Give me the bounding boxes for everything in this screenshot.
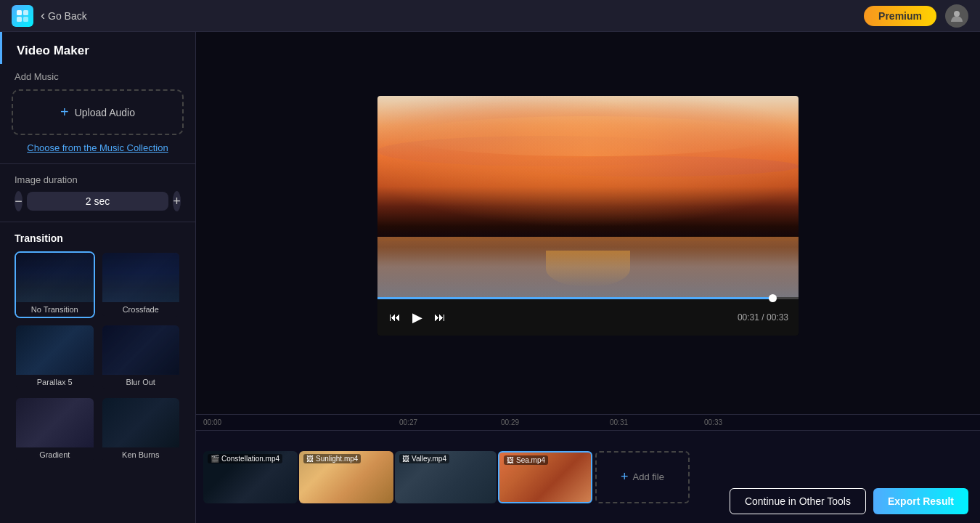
image-duration-section: Image duration − + xyxy=(0,167,195,219)
go-back-button[interactable]: Go Back xyxy=(41,8,87,23)
progress-thumb xyxy=(769,294,777,302)
timeline-ruler: 00:00 00:27 00:29 00:31 00:33 xyxy=(196,415,980,431)
video-preview-bg xyxy=(377,96,799,297)
ruler-mark-1: 00:27 xyxy=(399,418,417,426)
content-area: ⏮ ▶ ⏭ 00:31 / 00:33 00:00 00:27 xyxy=(196,32,980,523)
svg-point-4 xyxy=(954,11,960,17)
clip-sea-icon: 🖼 xyxy=(507,456,514,464)
transition-name-blur-out: Blur Out xyxy=(102,375,180,389)
continue-button[interactable]: Continue in Other Tools xyxy=(730,488,866,514)
transition-thumb-parallax5 xyxy=(16,325,94,375)
skip-back-button[interactable]: ⏮ xyxy=(388,309,402,325)
clip-valley-name: Valley.mp4 xyxy=(412,455,446,463)
clip-sea-name: Sea.mp4 xyxy=(516,456,545,464)
clip-constellation-label: 🎬 Constellation.mp4 xyxy=(208,454,282,463)
clip-constellation-icon: 🎬 xyxy=(211,455,219,463)
clip-constellation[interactable]: 🎬 Constellation.mp4 xyxy=(203,451,298,503)
transition-no-transition[interactable]: No Transition xyxy=(15,251,95,318)
transition-section: Transition No Transition Crossfade xyxy=(0,225,195,466)
bottom-actions: Continue in Other Tools Export Result xyxy=(730,488,968,514)
total-time: 00:33 xyxy=(767,312,788,323)
transition-grid: No Transition Crossfade Parallax 5 xyxy=(15,251,181,463)
transition-gradient[interactable]: Gradient xyxy=(15,397,95,463)
transition-ken-burns[interactable]: Ken Burns xyxy=(101,397,181,463)
svg-rect-0 xyxy=(17,10,22,15)
sidebar-title: Video Maker xyxy=(0,32,195,64)
time-separator: / xyxy=(761,312,767,323)
divider-1 xyxy=(0,163,195,164)
music-collection-link[interactable]: Choose from the Music Collection xyxy=(0,138,195,161)
image-duration-label: Image duration xyxy=(15,174,181,185)
add-file-label: Add file xyxy=(633,471,664,482)
progress-fill xyxy=(377,297,773,299)
svg-rect-1 xyxy=(23,10,28,15)
clip-valley-label: 🖼 Valley.mp4 xyxy=(399,454,449,463)
export-button[interactable]: Export Result xyxy=(873,488,968,514)
transition-label: Transition xyxy=(15,232,181,244)
topbar: Go Back Premium xyxy=(0,0,980,32)
add-file-plus-icon: + xyxy=(621,469,629,485)
divider-2 xyxy=(0,222,195,222)
controls-row: ⏮ ▶ ⏭ 00:31 / 00:33 xyxy=(377,299,799,336)
add-music-label: Add Music xyxy=(0,64,195,86)
time-display: 00:31 / 00:33 xyxy=(738,312,788,323)
transition-thumb-no-transition xyxy=(16,253,94,302)
clip-sea-label: 🖼 Sea.mp4 xyxy=(504,455,548,465)
clip-sunlight-label: 🖼 Sunlight.mp4 xyxy=(303,454,361,463)
ruler-mark-2: 00:29 xyxy=(501,418,519,426)
transition-name-crossfade: Crossfade xyxy=(102,302,180,317)
transition-parallax5[interactable]: Parallax 5 xyxy=(15,324,95,391)
main-layout: Video Maker Add Music + Upload Audio Cho… xyxy=(0,32,980,523)
duration-minus-button[interactable]: − xyxy=(15,191,23,211)
clip-sunlight-icon: 🖼 xyxy=(306,455,314,463)
play-button[interactable]: ▶ xyxy=(411,308,424,327)
preview-area: ⏮ ▶ ⏭ 00:31 / 00:33 xyxy=(196,32,980,414)
duration-plus-button[interactable]: + xyxy=(173,191,181,211)
clip-valley[interactable]: 🖼 Valley.mp4 xyxy=(395,451,497,503)
clip-valley-icon: 🖼 xyxy=(402,455,409,463)
current-time: 00:31 xyxy=(738,312,759,323)
sidebar: Video Maker Add Music + Upload Audio Cho… xyxy=(0,32,196,523)
clip-sunlight-name: Sunlight.mp4 xyxy=(316,455,358,463)
transition-name-parallax5: Parallax 5 xyxy=(16,375,94,389)
upload-plus-icon: + xyxy=(60,104,69,121)
clip-constellation-name: Constellation.mp4 xyxy=(221,455,279,463)
ruler-mark-0: 00:00 xyxy=(203,418,221,426)
app-logo xyxy=(12,5,33,27)
transition-crossfade[interactable]: Crossfade xyxy=(101,251,181,318)
duration-controls: − + xyxy=(15,191,181,211)
skip-forward-button[interactable]: ⏭ xyxy=(433,309,447,325)
video-frame xyxy=(377,96,799,297)
svg-rect-3 xyxy=(23,17,28,22)
ruler-mark-3: 00:31 xyxy=(610,418,628,426)
transition-thumb-ken-burns xyxy=(102,398,180,447)
progress-bar[interactable] xyxy=(377,297,799,299)
transition-thumb-crossfade xyxy=(102,253,180,302)
add-file-button[interactable]: + Add file xyxy=(595,451,690,503)
premium-button[interactable]: Premium xyxy=(864,6,936,26)
transition-name-no-transition: No Transition xyxy=(16,302,94,317)
ruler-mark-4: 00:33 xyxy=(704,418,722,426)
video-controls-area: ⏮ ▶ ⏭ 00:31 / 00:33 xyxy=(377,297,799,336)
clip-sunlight[interactable]: 🖼 Sunlight.mp4 xyxy=(299,451,393,503)
video-player: ⏮ ▶ ⏭ 00:31 / 00:33 xyxy=(377,96,799,336)
avatar xyxy=(945,4,968,28)
transition-thumb-blur-out xyxy=(102,325,180,375)
upload-audio-button[interactable]: + Upload Audio xyxy=(12,89,184,135)
topbar-left: Go Back xyxy=(12,5,87,27)
transition-name-gradient: Gradient xyxy=(16,447,94,462)
transition-thumb-gradient xyxy=(16,398,94,447)
svg-rect-2 xyxy=(17,17,22,22)
transition-blur-out[interactable]: Blur Out xyxy=(101,324,181,391)
clip-sea[interactable]: 🖼 Sea.mp4 xyxy=(498,451,592,503)
upload-audio-label: Upload Audio xyxy=(75,107,135,118)
duration-value-input[interactable] xyxy=(27,192,168,211)
transition-name-ken-burns: Ken Burns xyxy=(102,447,180,462)
